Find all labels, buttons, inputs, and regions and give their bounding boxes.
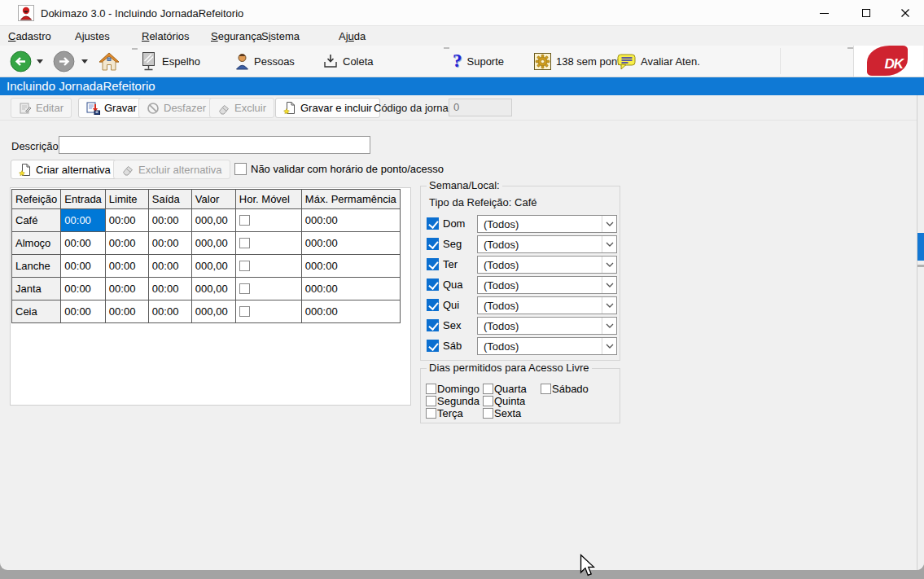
fa-domingo[interactable]: Domingo: [426, 383, 480, 395]
qui-local-select[interactable]: (Todos): [477, 296, 617, 314]
row-header[interactable]: Café: [12, 209, 61, 232]
cell[interactable]: 00:00: [61, 232, 106, 255]
gravar-e-incluir-button[interactable]: Gravar e incluir: [275, 98, 380, 118]
scrollbar-thumb[interactable]: [917, 233, 924, 261]
cell[interactable]: 000,00: [191, 255, 235, 278]
col-hor-movel[interactable]: Hor. Móvel: [235, 190, 301, 209]
col-entrada[interactable]: Entrada: [61, 190, 106, 209]
sexta-checkbox[interactable]: [483, 408, 493, 419]
menu-ajuda[interactable]: Ajuda: [335, 29, 369, 44]
cell[interactable]: 00:00: [61, 209, 106, 232]
sab-local-select[interactable]: (Todos): [477, 337, 617, 355]
cell[interactable]: 000,00: [191, 300, 235, 323]
cell[interactable]: 00:00: [148, 255, 191, 278]
excluir-button[interactable]: Excluir: [209, 98, 274, 118]
fa-quinta[interactable]: Quinta: [483, 395, 525, 407]
qui-checkbox[interactable]: [427, 299, 439, 311]
forward-button[interactable]: [50, 46, 78, 77]
menu-relatorios[interactable]: Relatórios: [138, 29, 193, 44]
minimize-button[interactable]: [805, 0, 843, 26]
seg-local-select[interactable]: (Todos): [477, 235, 617, 253]
toolbar-avaliar[interactable]: Avaliar Aten.: [614, 46, 703, 77]
back-dropdown[interactable]: [33, 46, 46, 77]
terca-checkbox[interactable]: [426, 408, 436, 419]
criar-alternativa-button[interactable]: Criar alternativa: [11, 160, 119, 179]
cell-checkbox[interactable]: [235, 232, 301, 255]
sex-checkbox[interactable]: [427, 319, 439, 331]
sabado-checkbox[interactable]: [541, 384, 551, 394]
menu-sistema[interactable]: Sistema: [258, 29, 303, 44]
menu-cadastro[interactable]: Cadastro: [5, 29, 55, 44]
toolbar-coleta[interactable]: Coleta: [320, 46, 377, 77]
cell[interactable]: 000:00: [301, 278, 400, 300]
menu-ajustes[interactable]: Ajustes: [72, 29, 113, 44]
segunda-checkbox[interactable]: [426, 396, 436, 406]
row-header[interactable]: Almoço: [12, 232, 61, 255]
cell-checkbox[interactable]: [235, 278, 301, 300]
cell[interactable]: 000,00: [191, 209, 235, 232]
descricao-input[interactable]: [59, 136, 370, 154]
col-valor[interactable]: Valor: [191, 190, 235, 209]
col-max-permanencia[interactable]: Máx. Permamência: [301, 190, 400, 209]
fa-terca[interactable]: Terça: [426, 407, 463, 419]
hor-movel-checkbox[interactable]: [239, 306, 250, 317]
quarta-checkbox[interactable]: [483, 384, 493, 394]
cell-checkbox[interactable]: [235, 300, 301, 323]
cell[interactable]: 000:00: [301, 255, 400, 278]
col-refeicao[interactable]: Refeição: [12, 190, 61, 209]
cell[interactable]: 000,00: [191, 278, 235, 300]
ter-checkbox[interactable]: [427, 258, 439, 270]
toolbar-suporte[interactable]: ? Suporte: [449, 46, 507, 77]
cell[interactable]: 00:00: [61, 278, 106, 300]
cell[interactable]: 00:00: [148, 278, 191, 300]
qua-checkbox[interactable]: [427, 279, 439, 291]
back-button[interactable]: [7, 46, 35, 77]
cell[interactable]: 00:00: [105, 232, 148, 255]
sab-checkbox[interactable]: [427, 340, 439, 352]
gravar-button[interactable]: Gravar: [78, 98, 145, 118]
cell[interactable]: 00:00: [105, 255, 148, 278]
cell[interactable]: 000:00: [301, 300, 400, 323]
right-scrollbar[interactable]: [917, 95, 924, 570]
quinta-checkbox[interactable]: [483, 396, 493, 406]
home-button[interactable]: [94, 46, 124, 77]
hor-movel-checkbox[interactable]: [239, 215, 250, 226]
fa-sabado[interactable]: Sábado: [541, 383, 589, 395]
cell-checkbox[interactable]: [235, 255, 301, 278]
domingo-checkbox[interactable]: [426, 384, 436, 394]
row-header[interactable]: Ceia: [12, 300, 61, 323]
hor-movel-checkbox[interactable]: [239, 261, 250, 271]
toolbar-espelho[interactable]: Espelho: [137, 46, 204, 77]
fa-sexta[interactable]: Sexta: [483, 407, 521, 419]
cell[interactable]: 00:00: [148, 232, 191, 255]
desfazer-button[interactable]: Desfazer: [138, 98, 214, 118]
fa-quarta[interactable]: Quarta: [483, 383, 527, 395]
maximize-button[interactable]: [847, 0, 885, 26]
excluir-alternativa-button[interactable]: Excluir alternativa: [113, 160, 230, 179]
forward-dropdown[interactable]: [78, 46, 91, 77]
hor-movel-checkbox[interactable]: [239, 238, 250, 248]
cell[interactable]: 00:00: [61, 300, 106, 323]
seg-checkbox[interactable]: [427, 238, 439, 250]
cell[interactable]: 00:00: [105, 209, 148, 232]
nao-validar-checkbox-row[interactable]: Não validar com horário de ponto/acesso: [234, 163, 444, 175]
col-saida[interactable]: Saída: [148, 190, 191, 209]
dom-checkbox[interactable]: [427, 217, 439, 230]
toolbar-pessoas[interactable]: Pessoas: [232, 46, 298, 77]
cell[interactable]: 000,00: [191, 232, 235, 255]
menu-seguranca[interactable]: Segurança: [208, 29, 265, 44]
row-header[interactable]: Lanche: [12, 255, 61, 278]
row-header[interactable]: Janta: [12, 278, 61, 300]
cell[interactable]: 00:00: [61, 255, 106, 278]
col-limite[interactable]: Limite: [105, 190, 148, 209]
cell[interactable]: 00:00: [105, 278, 148, 300]
cell[interactable]: 00:00: [148, 209, 191, 232]
hor-movel-checkbox[interactable]: [239, 283, 250, 294]
cell-checkbox[interactable]: [235, 209, 301, 232]
cell[interactable]: 000:00: [301, 209, 400, 232]
cell[interactable]: 000:00: [301, 232, 400, 255]
cell[interactable]: 00:00: [148, 300, 191, 323]
ter-local-select[interactable]: (Todos): [477, 256, 617, 274]
editar-button[interactable]: Editar: [11, 98, 72, 118]
qua-local-select[interactable]: (Todos): [477, 276, 617, 294]
